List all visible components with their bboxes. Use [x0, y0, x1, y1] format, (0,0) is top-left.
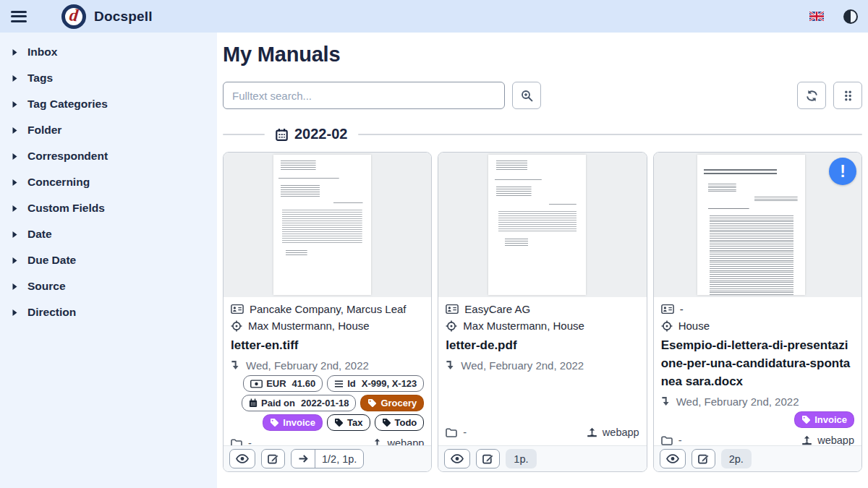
uk-flag-icon[interactable] [809, 12, 824, 21]
arrow-right-icon [298, 454, 308, 463]
menu-icon[interactable] [9, 9, 28, 24]
tag-icon [334, 418, 344, 427]
sidebar: Inbox Tags Tag Categories Folder Corresp… [0, 33, 217, 488]
eye-icon [451, 454, 464, 463]
search-input[interactable] [223, 82, 505, 109]
chevron-right-icon [12, 205, 18, 213]
dark-mode-toggle-icon[interactable] [843, 9, 858, 24]
preview-button[interactable] [229, 449, 255, 468]
month-group-divider: 2022-02 [223, 126, 862, 142]
list-icon [334, 380, 344, 388]
eye-icon [236, 454, 249, 463]
sidebar-item-label: Tags [27, 72, 53, 85]
item-card: EasyCare AG Max Mustermann, House letter… [438, 152, 647, 472]
address-card-icon [661, 304, 674, 314]
badge-list: EUR41.60 IdX-999, X-123 [231, 375, 424, 431]
card-footer: 2p. [654, 445, 861, 471]
grip-dots-icon [844, 90, 852, 101]
sidebar-item-direction[interactable]: Direction [0, 300, 217, 325]
crosshairs-icon [231, 320, 242, 332]
sidebar-item-label: Source [27, 280, 66, 293]
folder-icon [446, 428, 457, 437]
correspondent-line: Pancake Company, Marcus Leaf [231, 301, 424, 317]
chevron-right-icon [12, 257, 18, 265]
chevron-right-icon [12, 179, 18, 187]
item-name: Esempio-di-lettera-di-presentazione-per-… [661, 336, 854, 390]
chevron-right-icon [12, 283, 18, 291]
arrow-turn-down-icon [661, 396, 671, 407]
top-bar: d Docspell [0, 0, 868, 33]
concerning-line: Max Mustermann, House [446, 318, 639, 333]
tag-icon [382, 418, 391, 427]
crosshairs-icon [661, 320, 673, 332]
document-thumbnail[interactable] [224, 153, 431, 297]
correspondent-line: - [661, 301, 854, 317]
upload-icon [587, 427, 597, 437]
sidebar-item-label: Direction [27, 306, 76, 319]
tag-icon [367, 398, 377, 408]
refresh-button[interactable] [797, 82, 826, 109]
app-title: Docspell [94, 9, 153, 25]
sidebar-item-source[interactable]: Source [0, 274, 217, 299]
folder-icon [661, 436, 673, 445]
search-bar [223, 82, 862, 109]
arrow-turn-down-icon [231, 360, 240, 371]
custom-field-badge-id: IdX-999, X-123 [327, 375, 424, 392]
tag-icon [270, 418, 279, 427]
attachment-pager: 1/2, 1p. [291, 449, 364, 468]
edit-button[interactable] [692, 449, 715, 468]
chevron-right-icon [12, 74, 18, 82]
item-card-list: Pancake Company, Marcus Leaf Max Musterm… [223, 152, 862, 472]
source-label: webapp [372, 435, 425, 445]
sidebar-item-tag-categories[interactable]: Tag Categories [0, 92, 217, 116]
thumbnail-page [697, 155, 805, 295]
folder-value: - [678, 432, 682, 445]
tag-badge-todo: Todo [375, 414, 425, 431]
main-content: My Manuals [217, 33, 868, 488]
calendar-icon [276, 128, 288, 141]
item-card: ! - [653, 152, 862, 472]
item-date-line: Wed, February 2nd, 2022 [231, 358, 424, 373]
sidebar-item-correspondent[interactable]: Correspondent [0, 144, 217, 168]
refresh-icon [806, 90, 818, 102]
preview-button[interactable] [444, 449, 470, 468]
item-name: letter-en.tiff [231, 336, 424, 354]
preview-button[interactable] [660, 449, 686, 468]
chevron-right-icon [12, 127, 18, 134]
folder-row: - webapp [446, 423, 639, 443]
tag-badge-tax: Tax [327, 414, 370, 431]
edit-button[interactable] [261, 449, 285, 468]
source-label: webapp [587, 424, 639, 440]
page-count: 2p. [721, 449, 752, 468]
card-footer: 1/2, 1p. [224, 445, 431, 471]
sidebar-item-folder[interactable]: Folder [0, 118, 217, 142]
pen-square-icon [482, 453, 493, 464]
document-thumbnail[interactable] [438, 153, 646, 297]
upload-icon [801, 435, 812, 445]
arrow-turn-down-icon [446, 360, 455, 371]
sidebar-item-tags[interactable]: Tags [0, 66, 217, 90]
address-card-icon [446, 304, 459, 314]
folder-value: - [463, 424, 467, 440]
view-toggle-button[interactable] [833, 82, 862, 109]
sidebar-item-label: Due Date [27, 254, 76, 267]
sidebar-item-concerning[interactable]: Concerning [0, 170, 217, 194]
concerning-line: House [661, 318, 854, 333]
tag-badge-grocery: Grocery [360, 395, 424, 411]
edit-button[interactable] [476, 449, 500, 468]
sidebar-item-date[interactable]: Date [0, 222, 217, 247]
item-name: letter-de.pdf [446, 336, 639, 354]
sidebar-item-label: Date [27, 228, 52, 241]
sidebar-item-custom-fields[interactable]: Custom Fields [0, 196, 217, 221]
sidebar-item-label: Correspondent [27, 150, 108, 163]
search-button[interactable] [512, 82, 541, 109]
next-attachment-button[interactable] [292, 450, 315, 468]
folder-icon [231, 439, 242, 446]
sidebar-item-inbox[interactable]: Inbox [0, 40, 217, 64]
sidebar-item-due-date[interactable]: Due Date [0, 248, 217, 273]
brand-link[interactable]: d Docspell [61, 4, 153, 29]
document-thumbnail[interactable]: ! [654, 153, 861, 297]
chevron-right-icon [12, 309, 18, 317]
pen-square-icon [698, 453, 709, 464]
folder-value: - [248, 435, 252, 445]
